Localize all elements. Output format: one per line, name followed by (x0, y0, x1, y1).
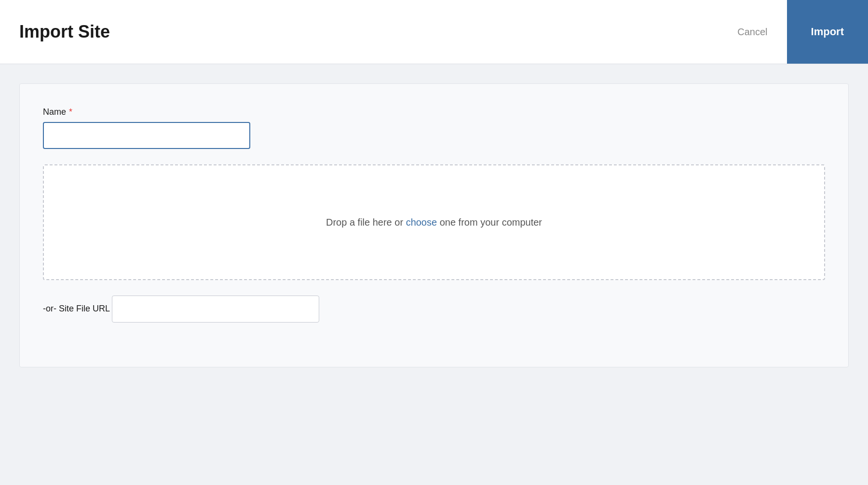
cancel-button[interactable]: Cancel (718, 0, 787, 64)
header-actions: Cancel Import (718, 0, 868, 64)
required-asterisk: * (69, 107, 72, 117)
url-field-group: -or- Site File URL (43, 296, 825, 323)
url-label: -or- Site File URL (43, 304, 110, 313)
file-drop-zone[interactable]: Drop a file here or choose one from your… (43, 164, 825, 280)
url-input[interactable] (112, 296, 319, 323)
page-header: Import Site Cancel Import (0, 0, 868, 64)
name-input[interactable] (43, 122, 250, 149)
page-title: Import Site (19, 22, 110, 42)
import-button[interactable]: Import (787, 0, 868, 64)
choose-file-link[interactable]: choose (406, 217, 437, 228)
name-field-group: Name * (43, 107, 825, 149)
name-label: Name * (43, 107, 825, 117)
form-card: Name * Drop a file here or choose one fr… (19, 83, 849, 367)
drop-zone-text: Drop a file here or choose one from your… (326, 217, 542, 228)
main-content: Name * Drop a file here or choose one fr… (0, 64, 868, 485)
